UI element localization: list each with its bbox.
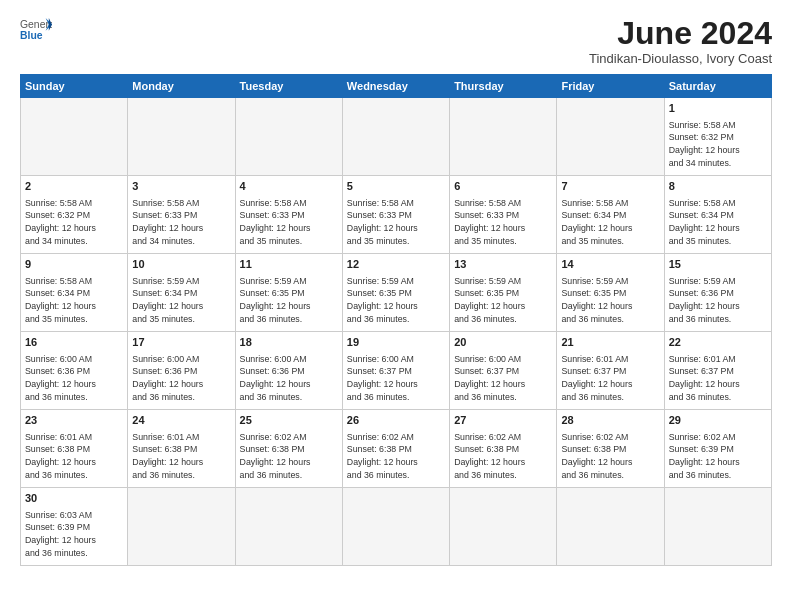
calendar-day-cell: 3Sunrise: 5:58 AM Sunset: 6:33 PM Daylig… bbox=[128, 176, 235, 254]
day-info: Sunrise: 6:01 AM Sunset: 6:38 PM Dayligh… bbox=[25, 431, 123, 482]
calendar-header-row: SundayMondayTuesdayWednesdayThursdayFrid… bbox=[21, 75, 772, 98]
day-of-week-header: Wednesday bbox=[342, 75, 449, 98]
calendar-day-cell bbox=[450, 98, 557, 176]
day-info: Sunrise: 6:02 AM Sunset: 6:38 PM Dayligh… bbox=[561, 431, 659, 482]
calendar-day-cell: 2Sunrise: 5:58 AM Sunset: 6:32 PM Daylig… bbox=[21, 176, 128, 254]
day-info: Sunrise: 5:59 AM Sunset: 6:35 PM Dayligh… bbox=[240, 275, 338, 326]
day-number: 5 bbox=[347, 179, 445, 194]
calendar-day-cell: 27Sunrise: 6:02 AM Sunset: 6:38 PM Dayli… bbox=[450, 410, 557, 488]
day-info: Sunrise: 5:58 AM Sunset: 6:33 PM Dayligh… bbox=[240, 197, 338, 248]
calendar-day-cell: 13Sunrise: 5:59 AM Sunset: 6:35 PM Dayli… bbox=[450, 254, 557, 332]
calendar-day-cell: 8Sunrise: 5:58 AM Sunset: 6:34 PM Daylig… bbox=[664, 176, 771, 254]
day-info: Sunrise: 5:59 AM Sunset: 6:35 PM Dayligh… bbox=[561, 275, 659, 326]
day-number: 2 bbox=[25, 179, 123, 194]
day-number: 13 bbox=[454, 257, 552, 272]
header: General Blue June 2024 Tindikan-Dioulass… bbox=[20, 16, 772, 66]
calendar-day-cell: 25Sunrise: 6:02 AM Sunset: 6:38 PM Dayli… bbox=[235, 410, 342, 488]
calendar-day-cell bbox=[235, 98, 342, 176]
calendar-day-cell bbox=[128, 488, 235, 566]
calendar-week-row: 23Sunrise: 6:01 AM Sunset: 6:38 PM Dayli… bbox=[21, 410, 772, 488]
calendar-day-cell: 24Sunrise: 6:01 AM Sunset: 6:38 PM Dayli… bbox=[128, 410, 235, 488]
generalblue-logo-icon: General Blue bbox=[20, 16, 52, 44]
day-number: 25 bbox=[240, 413, 338, 428]
calendar-day-cell bbox=[342, 488, 449, 566]
calendar-day-cell: 29Sunrise: 6:02 AM Sunset: 6:39 PM Dayli… bbox=[664, 410, 771, 488]
day-number: 8 bbox=[669, 179, 767, 194]
day-number: 12 bbox=[347, 257, 445, 272]
calendar-day-cell bbox=[342, 98, 449, 176]
calendar-day-cell: 22Sunrise: 6:01 AM Sunset: 6:37 PM Dayli… bbox=[664, 332, 771, 410]
calendar-day-cell: 30Sunrise: 6:03 AM Sunset: 6:39 PM Dayli… bbox=[21, 488, 128, 566]
calendar-day-cell: 7Sunrise: 5:58 AM Sunset: 6:34 PM Daylig… bbox=[557, 176, 664, 254]
day-number: 7 bbox=[561, 179, 659, 194]
day-number: 4 bbox=[240, 179, 338, 194]
day-info: Sunrise: 6:01 AM Sunset: 6:38 PM Dayligh… bbox=[132, 431, 230, 482]
logo: General Blue bbox=[20, 16, 52, 44]
day-info: Sunrise: 6:02 AM Sunset: 6:38 PM Dayligh… bbox=[240, 431, 338, 482]
day-of-week-header: Sunday bbox=[21, 75, 128, 98]
calendar-day-cell: 23Sunrise: 6:01 AM Sunset: 6:38 PM Dayli… bbox=[21, 410, 128, 488]
calendar-day-cell bbox=[235, 488, 342, 566]
day-info: Sunrise: 6:02 AM Sunset: 6:38 PM Dayligh… bbox=[347, 431, 445, 482]
day-number: 11 bbox=[240, 257, 338, 272]
day-number: 14 bbox=[561, 257, 659, 272]
day-info: Sunrise: 6:02 AM Sunset: 6:39 PM Dayligh… bbox=[669, 431, 767, 482]
day-info: Sunrise: 6:02 AM Sunset: 6:38 PM Dayligh… bbox=[454, 431, 552, 482]
day-number: 3 bbox=[132, 179, 230, 194]
day-number: 18 bbox=[240, 335, 338, 350]
calendar-week-row: 9Sunrise: 5:58 AM Sunset: 6:34 PM Daylig… bbox=[21, 254, 772, 332]
calendar-week-row: 16Sunrise: 6:00 AM Sunset: 6:36 PM Dayli… bbox=[21, 332, 772, 410]
calendar-day-cell: 18Sunrise: 6:00 AM Sunset: 6:36 PM Dayli… bbox=[235, 332, 342, 410]
day-info: Sunrise: 5:58 AM Sunset: 6:33 PM Dayligh… bbox=[454, 197, 552, 248]
day-info: Sunrise: 5:59 AM Sunset: 6:35 PM Dayligh… bbox=[454, 275, 552, 326]
calendar-day-cell: 15Sunrise: 5:59 AM Sunset: 6:36 PM Dayli… bbox=[664, 254, 771, 332]
day-info: Sunrise: 6:00 AM Sunset: 6:37 PM Dayligh… bbox=[454, 353, 552, 404]
day-number: 10 bbox=[132, 257, 230, 272]
calendar-day-cell: 14Sunrise: 5:59 AM Sunset: 6:35 PM Dayli… bbox=[557, 254, 664, 332]
calendar-week-row: 1Sunrise: 5:58 AM Sunset: 6:32 PM Daylig… bbox=[21, 98, 772, 176]
calendar-title: June 2024 bbox=[589, 16, 772, 51]
day-info: Sunrise: 5:59 AM Sunset: 6:35 PM Dayligh… bbox=[347, 275, 445, 326]
day-number: 16 bbox=[25, 335, 123, 350]
day-info: Sunrise: 5:58 AM Sunset: 6:32 PM Dayligh… bbox=[25, 197, 123, 248]
day-info: Sunrise: 5:58 AM Sunset: 6:32 PM Dayligh… bbox=[669, 119, 767, 170]
calendar-day-cell bbox=[450, 488, 557, 566]
day-info: Sunrise: 6:00 AM Sunset: 6:36 PM Dayligh… bbox=[25, 353, 123, 404]
day-number: 6 bbox=[454, 179, 552, 194]
calendar-day-cell: 10Sunrise: 5:59 AM Sunset: 6:34 PM Dayli… bbox=[128, 254, 235, 332]
calendar-day-cell: 20Sunrise: 6:00 AM Sunset: 6:37 PM Dayli… bbox=[450, 332, 557, 410]
day-number: 17 bbox=[132, 335, 230, 350]
day-number: 27 bbox=[454, 413, 552, 428]
day-info: Sunrise: 6:03 AM Sunset: 6:39 PM Dayligh… bbox=[25, 509, 123, 560]
calendar-subtitle: Tindikan-Dioulasso, Ivory Coast bbox=[589, 51, 772, 66]
calendar-day-cell: 28Sunrise: 6:02 AM Sunset: 6:38 PM Dayli… bbox=[557, 410, 664, 488]
calendar-day-cell: 11Sunrise: 5:59 AM Sunset: 6:35 PM Dayli… bbox=[235, 254, 342, 332]
day-info: Sunrise: 5:58 AM Sunset: 6:33 PM Dayligh… bbox=[132, 197, 230, 248]
day-info: Sunrise: 6:01 AM Sunset: 6:37 PM Dayligh… bbox=[669, 353, 767, 404]
calendar-day-cell bbox=[557, 98, 664, 176]
calendar-day-cell: 5Sunrise: 5:58 AM Sunset: 6:33 PM Daylig… bbox=[342, 176, 449, 254]
day-of-week-header: Thursday bbox=[450, 75, 557, 98]
calendar-day-cell: 4Sunrise: 5:58 AM Sunset: 6:33 PM Daylig… bbox=[235, 176, 342, 254]
day-number: 29 bbox=[669, 413, 767, 428]
calendar-week-row: 2Sunrise: 5:58 AM Sunset: 6:32 PM Daylig… bbox=[21, 176, 772, 254]
day-number: 15 bbox=[669, 257, 767, 272]
title-block: June 2024 Tindikan-Dioulasso, Ivory Coas… bbox=[589, 16, 772, 66]
calendar-week-row: 30Sunrise: 6:03 AM Sunset: 6:39 PM Dayli… bbox=[21, 488, 772, 566]
day-number: 20 bbox=[454, 335, 552, 350]
calendar-day-cell: 6Sunrise: 5:58 AM Sunset: 6:33 PM Daylig… bbox=[450, 176, 557, 254]
day-info: Sunrise: 6:00 AM Sunset: 6:36 PM Dayligh… bbox=[240, 353, 338, 404]
day-number: 23 bbox=[25, 413, 123, 428]
calendar-day-cell bbox=[557, 488, 664, 566]
day-number: 21 bbox=[561, 335, 659, 350]
day-info: Sunrise: 5:58 AM Sunset: 6:34 PM Dayligh… bbox=[25, 275, 123, 326]
day-info: Sunrise: 6:00 AM Sunset: 6:37 PM Dayligh… bbox=[347, 353, 445, 404]
calendar-day-cell bbox=[128, 98, 235, 176]
day-number: 22 bbox=[669, 335, 767, 350]
day-of-week-header: Monday bbox=[128, 75, 235, 98]
calendar-day-cell: 9Sunrise: 5:58 AM Sunset: 6:34 PM Daylig… bbox=[21, 254, 128, 332]
day-of-week-header: Tuesday bbox=[235, 75, 342, 98]
calendar-day-cell: 1Sunrise: 5:58 AM Sunset: 6:32 PM Daylig… bbox=[664, 98, 771, 176]
day-info: Sunrise: 5:58 AM Sunset: 6:34 PM Dayligh… bbox=[561, 197, 659, 248]
calendar-day-cell bbox=[21, 98, 128, 176]
